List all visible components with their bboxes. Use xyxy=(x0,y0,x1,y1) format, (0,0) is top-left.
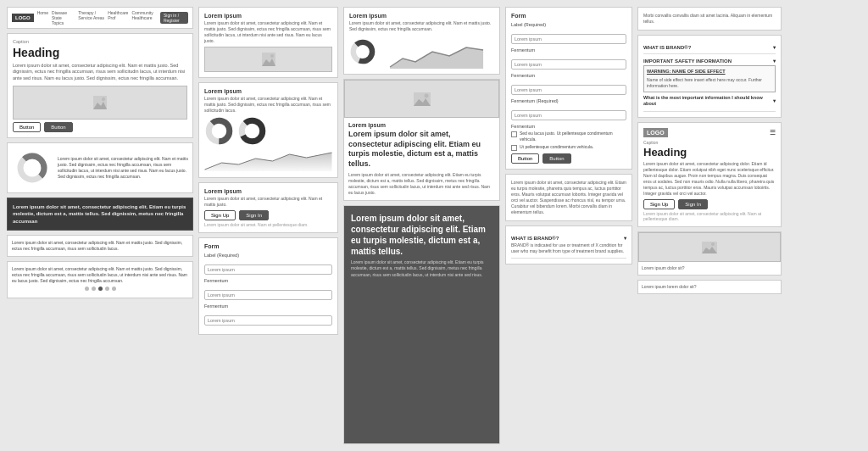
nav-therapy[interactable]: Therapy / Service Areas xyxy=(78,10,104,25)
column-4: Form Label (Required) Fermentum Fermentu… xyxy=(505,7,632,444)
col2-form: Form Label (Required) Fermentum Fermentu… xyxy=(198,237,338,335)
column-1: LOGO Home Disease State Topics Therapy /… xyxy=(7,7,193,444)
col3-image xyxy=(344,80,499,118)
col5-what-is-label: WHAT IS BRAND®? xyxy=(643,45,691,50)
col3-big-subtext: Lorem ipsum dolor sit amet, consectetur … xyxy=(348,172,495,196)
dot-1[interactable] xyxy=(85,287,89,291)
col2-input-1[interactable] xyxy=(204,264,332,275)
dot-5[interactable] xyxy=(112,287,116,291)
col5-what-is-accordion: WHAT IS BRAND®? ▾ xyxy=(643,41,776,54)
col2-donut-2 xyxy=(237,116,267,146)
col5-safety-header[interactable]: IMPORTANT SAFETY INFORMATION ▾ xyxy=(643,58,776,64)
col4-field-label-1: Label (Required) xyxy=(511,22,626,27)
col3-highlight-subtext: Lorem ipsum dolor sit amet, consectetur … xyxy=(351,259,492,279)
col2-donut-row xyxy=(204,116,332,146)
col3-panel2-content: Lorem ipsum Lorem ipsum dolor sit amet, … xyxy=(344,118,499,200)
col5-most-important-chevron: ▾ xyxy=(773,98,776,105)
col2-field-label-3: Fermentum xyxy=(204,303,332,309)
col4-checkbox-1[interactable] xyxy=(511,131,517,137)
col5-image-1 xyxy=(638,232,781,262)
logo: LOGO xyxy=(12,14,34,22)
col4-input-2[interactable] xyxy=(511,59,626,70)
col2-small-text: Lorem ipsum dolor sit amet. Nam et pelle… xyxy=(204,222,332,227)
dot-4[interactable] xyxy=(105,287,109,291)
col4-text-panel: Lorem ipsum dolor sit amet, consectetur … xyxy=(505,174,632,221)
col4-field-label-3: Fermentum xyxy=(511,73,626,78)
col5-most-important-header[interactable]: What is the most important information I… xyxy=(643,95,776,108)
col2-donut-1 xyxy=(204,116,234,146)
nav-home[interactable]: Home xyxy=(37,10,48,25)
nav-disease[interactable]: Disease State Topics xyxy=(52,10,75,25)
col2-body-2: Lorem ipsum dolor sit amet, consectetur … xyxy=(204,96,332,114)
col3-body-1: Lorem ipsum dolor sit amet, consectetur … xyxy=(349,20,494,32)
text-content-1: Lorem ipsum dolor sit amet, consectetur … xyxy=(12,240,188,252)
quote-text: Lorem ipsum dolor sit amet, consectetur … xyxy=(13,203,187,225)
col4-check-row-2: Ut pellentesque condimentum vehicula. xyxy=(511,144,626,151)
quote-panel: Lorem ipsum dolor sit amet, consectetur … xyxy=(7,198,193,231)
col5-logo-row: LOGO ☰ xyxy=(643,128,776,137)
col2-input-2[interactable] xyxy=(204,290,332,300)
col4-field-label-2: Fermentum xyxy=(511,47,626,53)
donut-text: Lorem ipsum dolor sit amet, consectetur … xyxy=(58,156,188,180)
col2-input-3[interactable] xyxy=(204,315,332,326)
hero-body-text: Lorem ipsum dolor sit amet, consectetur … xyxy=(13,63,187,82)
col4-brand-body: BRAND® is indicated for use or treatment… xyxy=(511,242,626,254)
nav-community[interactable]: Community Healthcare xyxy=(131,10,157,25)
col4-checkbox-2[interactable] xyxy=(511,145,517,151)
dot-3[interactable] xyxy=(98,287,103,291)
col5-safety-label: IMPORTANT SAFETY INFORMATION xyxy=(643,58,732,64)
col3-chart-row xyxy=(349,35,494,69)
col3-highlight-heading: Lorem ipsum dolor sit amet, consectetur … xyxy=(351,213,492,257)
hero-button-row: Button Button xyxy=(13,122,187,132)
col4-input-4[interactable] xyxy=(511,110,626,120)
signup-button-col2[interactable]: Sign Up xyxy=(204,210,236,220)
learn-more-button[interactable]: Button xyxy=(13,122,41,132)
caption-label: Caption xyxy=(13,39,187,44)
text-panel-1: Lorem ipsum dolor sit amet, consectetur … xyxy=(7,235,193,257)
column-3: Lorem ipsum Lorem ipsum dolor sit amet, … xyxy=(343,7,500,444)
svg-point-5 xyxy=(26,162,38,174)
col5-most-important-label: What is the most important information I… xyxy=(643,95,773,108)
hero-image xyxy=(13,86,187,120)
col4-input-1[interactable] xyxy=(511,34,626,44)
col5-what-is-header[interactable]: WHAT IS BRAND®? ▾ xyxy=(643,44,776,50)
col5-caption: Caption xyxy=(643,140,776,145)
col4-btn-2[interactable]: Button xyxy=(542,153,570,164)
col5-signup-button[interactable]: Sign Up xyxy=(643,199,675,209)
svg-point-14 xyxy=(247,125,259,137)
col3-title-1: Lorem ipsum xyxy=(349,13,494,19)
cta-button[interactable]: Button xyxy=(44,122,72,132)
col4-what-is-header[interactable]: WHAT IS BRAND®? ▾ xyxy=(511,235,626,241)
carousel-dots xyxy=(12,284,188,293)
col2-title-3: Lorem ipsum xyxy=(204,188,332,194)
donut-chart xyxy=(12,148,53,188)
col3-area-chart xyxy=(379,35,494,69)
col2-panel-3: Lorem ipsum Lorem ipsum dolor sit amet, … xyxy=(198,182,338,233)
col4-btn-row: Button Button xyxy=(511,153,626,164)
column-5: Morbi convallis convallis diam sit amet … xyxy=(637,7,782,444)
col4-what-is-label: WHAT IS BRAND®? xyxy=(511,236,559,241)
col5-safety-body: WARNING: NAME OF SIDE EFFECT Name of sid… xyxy=(643,65,776,108)
col4-field-label-5: Fermentum xyxy=(511,124,626,129)
navbar: LOGO Home Disease State Topics Therapy /… xyxy=(7,7,193,29)
donut-panel: Lorem ipsum dolor sit amet, consectetur … xyxy=(7,142,193,193)
col5-accordion-panel: WHAT IS BRAND®? ▾ IMPORTANT SAFETY INFOR… xyxy=(637,35,782,118)
area-chart xyxy=(204,146,332,171)
svg-point-2 xyxy=(102,97,105,101)
svg-marker-15 xyxy=(205,153,332,171)
col3-title-2: Lorem ipsum xyxy=(348,122,495,128)
col4-brand-accordion: WHAT IS BRAND®? ▾ BRAND® is indicated fo… xyxy=(505,226,632,264)
col5-signin-button[interactable]: Sign In xyxy=(678,199,708,209)
signin-register-button[interactable]: Sign in / Register xyxy=(160,12,188,24)
dot-2[interactable] xyxy=(92,287,96,291)
signin-button-col2[interactable]: Sign In xyxy=(239,210,269,220)
col4-btn-1[interactable]: Button xyxy=(511,153,539,164)
col4-chevron-icon: ▾ xyxy=(624,235,626,241)
nav-healthcare[interactable]: Healthcare Prof xyxy=(108,10,128,25)
col2-panel-2: Lorem ipsum Lorem ipsum dolor sit amet, … xyxy=(198,82,338,178)
hero-panel: Caption Heading Lorem ipsum dolor sit am… xyxy=(7,33,193,138)
col5-menu-icon[interactable]: ☰ xyxy=(770,129,776,136)
col4-input-3[interactable] xyxy=(511,85,626,95)
carousel-panel: Lorem ipsum dolor sit amet, consectetur … xyxy=(7,261,193,298)
col5-heading: Heading xyxy=(643,146,776,159)
